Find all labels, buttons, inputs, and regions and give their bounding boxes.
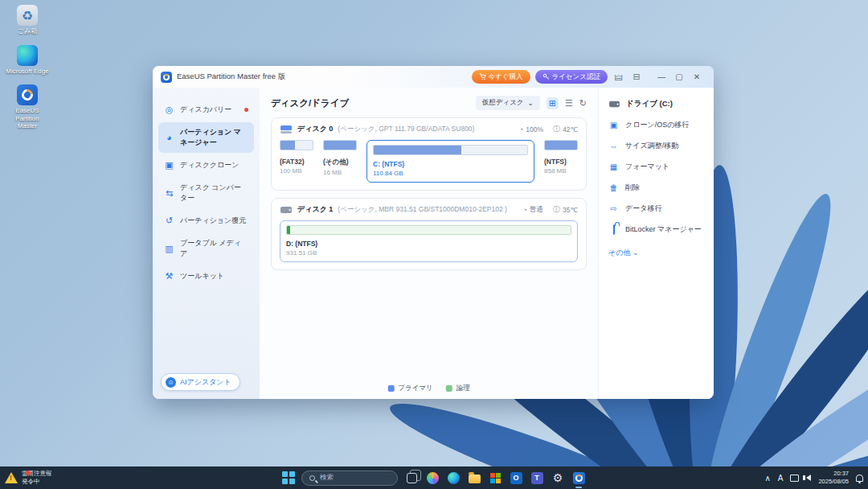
minimize-button[interactable]: —	[653, 72, 670, 81]
system-tray: ∧ A 20:37 2025/08/05	[764, 470, 863, 486]
folder-icon	[469, 475, 481, 483]
edge-icon	[448, 472, 460, 484]
titlebar: EaseUS Partition Master free 版 今すぐ購入 ライセ…	[153, 66, 714, 88]
recycle-bin-icon: ♻	[17, 5, 38, 26]
info-icon: ⓘ	[553, 204, 560, 215]
edge-taskbar-button[interactable]	[446, 471, 461, 485]
maximize-button[interactable]: ▢	[670, 72, 688, 81]
easeus-window: EaseUS Partition Master free 版 今すぐ購入 ライセ…	[153, 66, 714, 399]
sidebar-item-partition-manager[interactable]: ◕ パーティション マネージャー	[158, 122, 254, 153]
trash-icon: 🗑	[608, 183, 619, 192]
start-button[interactable]	[282, 471, 295, 484]
copilot-button[interactable]	[425, 471, 440, 485]
action-bitlocker-manager[interactable]: BitLocker マネージャー	[608, 224, 704, 235]
settings-button[interactable]: ⚙	[551, 471, 565, 485]
partition-usage-bar	[544, 140, 578, 150]
ai-assistant-button[interactable]: ☺ AIアシスタント	[161, 373, 240, 391]
notification-bell-icon[interactable]	[856, 475, 863, 482]
desktop: ♻ ごみ箱 Microsoft Edge EaseUS Partition Ma…	[0, 0, 868, 489]
action-data-migration[interactable]: ⇨ データ移行	[608, 203, 704, 214]
running-indicator	[575, 487, 582, 489]
disk-icon	[280, 205, 293, 215]
sidebar: ◎ ディスカバリー ◕ パーティション マネージャー ▣ ディスククローン ⇆ …	[153, 88, 260, 399]
action-delete[interactable]: 🗑 削除	[608, 183, 704, 193]
search-icon	[309, 475, 315, 481]
action-resize-move[interactable]: ⇔ サイズ調整/移動	[608, 141, 704, 151]
outlook-icon: O	[510, 472, 522, 484]
disk-temp-badge: ⓘ35℃	[553, 204, 578, 215]
partition-fat32[interactable]: (FAT32) 100 MB	[280, 140, 313, 183]
virtual-disk-dropdown[interactable]: 仮想ディスク⌄	[476, 96, 540, 110]
partition-usage-bar	[323, 140, 357, 150]
data-migrate-icon: ⇨	[608, 204, 619, 213]
teams-icon: T	[531, 472, 543, 484]
logical-swatch	[446, 385, 452, 392]
easeus-taskbar-button[interactable]	[571, 471, 586, 485]
close-button[interactable]: ✕	[688, 72, 706, 81]
disk0-card: ディスク 0 (ベーシック, GPT 111.79 GB/ADATA SU800…	[271, 117, 587, 191]
taskbar-center: 検索 O T ⚙	[282, 471, 586, 486]
refresh-icon[interactable]: ↻	[579, 98, 587, 109]
sidebar-item-disk-clone[interactable]: ▣ ディスククローン	[158, 155, 254, 175]
disk-usage-badge: ◔100%	[519, 124, 543, 134]
network-icon[interactable]	[790, 475, 799, 482]
clone-migrate-icon: ▣	[608, 121, 619, 129]
more-actions-link[interactable]: その他 ⌄	[608, 248, 704, 258]
desktop-icon-label: EaseUS Partition Master	[5, 107, 50, 130]
microsoft-logo-icon	[490, 473, 501, 483]
desktop-icon-edge[interactable]: Microsoft Edge	[5, 45, 50, 76]
ime-indicator[interactable]: A	[778, 474, 784, 483]
sidebar-item-disk-converter[interactable]: ⇆ ディスク コンバーター	[158, 178, 254, 208]
toolkit-icon: ⚒	[164, 271, 174, 281]
lock-icon	[608, 225, 619, 234]
buy-now-button[interactable]: 今すぐ購入	[472, 70, 530, 84]
gauge-icon: ◔	[523, 206, 527, 214]
copilot-icon	[427, 472, 439, 484]
microsoft-store-button[interactable]	[488, 471, 502, 485]
partition-usage-bar	[373, 145, 528, 155]
partition-d[interactable]: D: (NTFS) 931.51 GB	[280, 220, 578, 262]
app-logo-icon	[161, 72, 172, 83]
disk-temp-badge: ⓘ42℃	[553, 124, 578, 134]
sidebar-item-discovery[interactable]: ◎ ディスカバリー	[158, 100, 254, 120]
action-clone-os-migrate[interactable]: ▣ クローン/OSの移行	[608, 120, 704, 130]
pie-chart-icon: ◕	[164, 133, 174, 142]
grid-view-icon[interactable]: ⊞	[547, 97, 559, 109]
partition-other[interactable]: (その他) 16 MB	[323, 140, 357, 183]
list-view-icon[interactable]: ☰	[565, 98, 573, 109]
action-format[interactable]: ▦ フォーマット	[608, 162, 704, 172]
partition-usage-bar	[286, 225, 571, 235]
chevron-down-icon: ⌄	[528, 99, 534, 107]
disk-details: (ベーシック, GPT 111.79 GB/ADATA SU800)	[338, 125, 474, 134]
clock[interactable]: 20:37 2025/08/05	[818, 470, 849, 486]
outlook-button[interactable]: O	[509, 471, 523, 485]
taskbar-search[interactable]: 検索	[301, 471, 398, 486]
support-icon[interactable]: 🜲	[612, 72, 625, 82]
feedback-icon[interactable]: ⊟	[630, 72, 643, 82]
sidebar-item-bootable-media[interactable]: ▥ ブータブル メディア	[158, 233, 254, 264]
drive-icon	[608, 100, 620, 109]
page-title: ディスク/ドライブ	[271, 97, 349, 109]
license-button[interactable]: ライセンス認証	[535, 70, 608, 84]
task-view-button[interactable]	[404, 471, 419, 485]
primary-swatch	[387, 385, 394, 392]
sidebar-item-toolkit[interactable]: ⚒ ツールキット	[158, 266, 254, 286]
partition-ntfs-recovery[interactable]: (NTFS) 858 MB	[544, 140, 578, 183]
weather-widget[interactable]: 雷雨注意報 発令中	[5, 470, 52, 486]
partition-usage-bar	[280, 140, 313, 150]
robot-icon: ☺	[166, 377, 176, 388]
key-icon	[542, 73, 550, 80]
easeus-icon	[573, 472, 585, 484]
desktop-icons: ♻ ごみ箱 Microsoft Edge EaseUS Partition Ma…	[5, 5, 50, 140]
volume-icon[interactable]	[806, 475, 811, 481]
edge-icon	[17, 45, 38, 66]
info-icon: ⓘ	[553, 124, 560, 134]
teams-button[interactable]: T	[530, 471, 544, 485]
sidebar-item-partition-recovery[interactable]: ↺ パーティション復元	[158, 211, 254, 231]
desktop-icon-easeus[interactable]: EaseUS Partition Master	[5, 84, 50, 130]
file-explorer-button[interactable]	[467, 471, 481, 485]
weather-warning-icon	[5, 472, 18, 483]
partition-c-selected[interactable]: C: (NTFS) 110.84 GB	[366, 140, 534, 183]
desktop-icon-recycle-bin[interactable]: ♻ ごみ箱	[5, 5, 50, 35]
tray-chevron-icon[interactable]: ∧	[764, 474, 770, 483]
